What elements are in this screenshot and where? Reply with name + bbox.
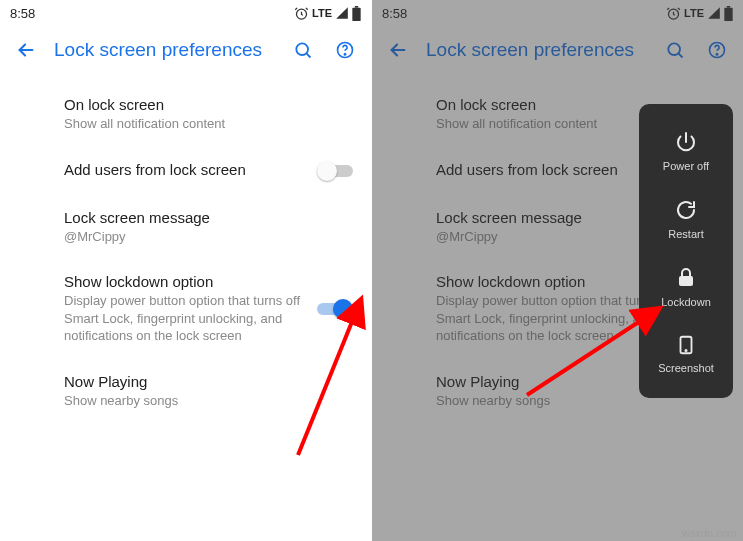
svg-rect-8: [727, 6, 730, 8]
toggle-add-users[interactable]: [317, 161, 353, 181]
search-icon: [665, 40, 685, 60]
search-button[interactable]: [289, 36, 317, 64]
row-title: Lock screen message: [64, 209, 349, 226]
power-menu-poweroff[interactable]: Power off: [639, 118, 733, 186]
status-bar: 8:58 LTE: [372, 0, 743, 26]
signal-icon: [707, 6, 721, 20]
network-type: LTE: [312, 7, 332, 19]
alarm-icon: [294, 6, 309, 21]
status-icons: LTE: [294, 6, 361, 21]
row-now-playing[interactable]: Now Playing Show nearby songs: [0, 359, 371, 424]
row-title: Show lockdown option: [64, 273, 307, 290]
help-button[interactable]: [331, 36, 359, 64]
back-button[interactable]: [384, 36, 412, 64]
svg-point-14: [685, 350, 686, 351]
lock-icon: [674, 266, 698, 290]
network-type: LTE: [684, 7, 704, 19]
alarm-icon: [666, 6, 681, 21]
svg-rect-2: [355, 6, 358, 8]
svg-rect-12: [679, 276, 693, 286]
status-icons: LTE: [666, 6, 733, 21]
row-subtitle: Show all notification content: [64, 115, 349, 133]
power-menu-label: Restart: [668, 228, 703, 240]
battery-icon: [352, 6, 361, 21]
power-menu-label: Lockdown: [661, 296, 711, 308]
row-subtitle: Display power button option that turns o…: [64, 292, 307, 345]
settings-list: On lock screen Show all notification con…: [0, 74, 371, 423]
restart-icon: [674, 198, 698, 222]
screenshot-power-menu: 8:58 LTE Lock screen preferences On lock…: [372, 0, 743, 541]
power-menu-label: Screenshot: [658, 362, 714, 374]
svg-rect-7: [724, 7, 732, 20]
help-icon: [707, 40, 727, 60]
clock-text: 8:58: [10, 6, 35, 21]
row-title: Add users from lock screen: [64, 161, 307, 178]
power-menu-label: Power off: [663, 160, 709, 172]
status-bar: 8:58 LTE: [0, 0, 371, 26]
svg-point-9: [668, 43, 680, 55]
row-on-lock-screen[interactable]: On lock screen Show all notification con…: [0, 82, 371, 147]
arrow-left-icon: [15, 39, 37, 61]
clock-text: 8:58: [382, 6, 407, 21]
search-button[interactable]: [661, 36, 689, 64]
power-menu-screenshot[interactable]: Screenshot: [639, 322, 733, 388]
help-icon: [335, 40, 355, 60]
page-title: Lock screen preferences: [426, 39, 647, 61]
back-button[interactable]: [12, 36, 40, 64]
battery-icon: [724, 6, 733, 21]
app-bar: Lock screen preferences: [0, 26, 371, 74]
toggle-show-lockdown[interactable]: [317, 299, 353, 319]
row-subtitle: Show nearby songs: [64, 392, 349, 410]
svg-point-11: [716, 54, 717, 55]
power-menu: Power off Restart Lockdown Screenshot: [639, 104, 733, 398]
watermark: wsxdn.com: [682, 527, 737, 539]
app-bar: Lock screen preferences: [372, 26, 743, 74]
screenshot-icon: [675, 334, 697, 356]
help-button[interactable]: [703, 36, 731, 64]
row-add-users[interactable]: Add users from lock screen: [0, 147, 371, 195]
row-show-lockdown[interactable]: Show lockdown option Display power butto…: [0, 259, 371, 359]
signal-icon: [335, 6, 349, 20]
row-lock-message[interactable]: Lock screen message @MrCippy: [0, 195, 371, 260]
power-menu-restart[interactable]: Restart: [639, 186, 733, 254]
svg-point-5: [344, 54, 345, 55]
row-title: Now Playing: [64, 373, 349, 390]
arrow-left-icon: [387, 39, 409, 61]
power-menu-lockdown[interactable]: Lockdown: [639, 254, 733, 322]
page-title: Lock screen preferences: [54, 39, 275, 61]
power-icon: [674, 130, 698, 154]
screenshot-settings: 8:58 LTE Lock screen preferences On lock…: [0, 0, 371, 541]
row-title: On lock screen: [64, 96, 349, 113]
svg-rect-1: [352, 7, 360, 20]
search-icon: [293, 40, 313, 60]
svg-point-3: [296, 43, 308, 55]
row-subtitle: @MrCippy: [64, 228, 349, 246]
